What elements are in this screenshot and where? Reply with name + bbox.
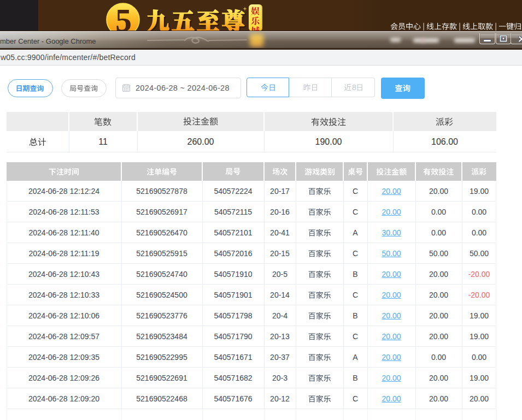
svg-text:5: 5 [115,2,132,31]
